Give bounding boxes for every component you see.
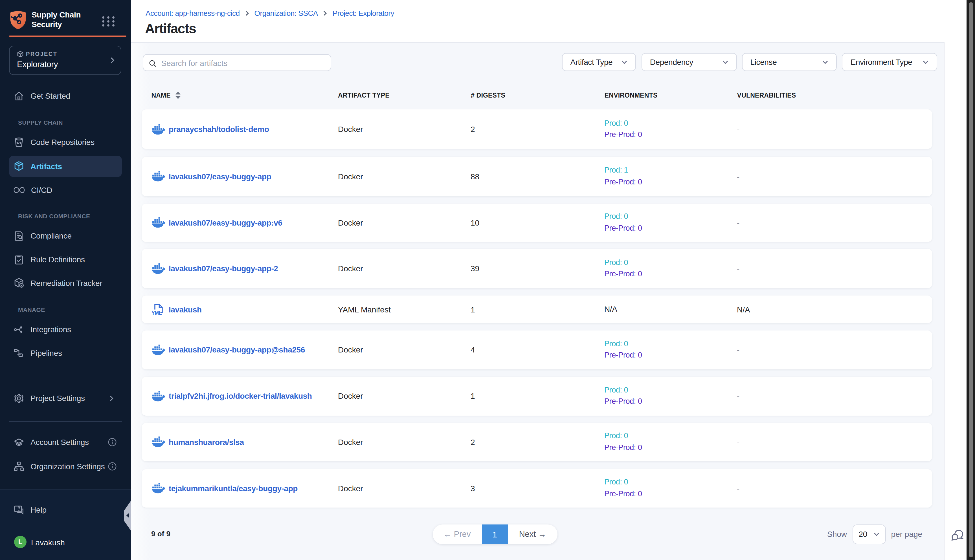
svg-text:YML: YML [152,310,162,315]
